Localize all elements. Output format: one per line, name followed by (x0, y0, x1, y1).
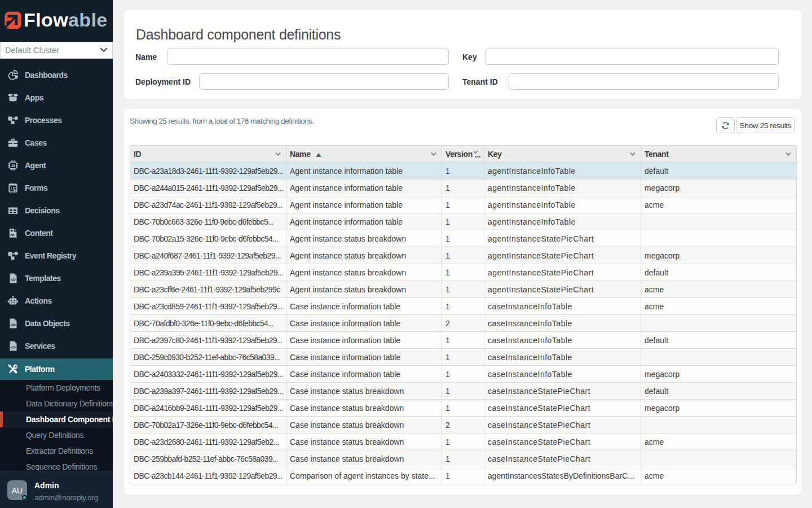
svg-text:</>: </> (11, 345, 16, 349)
svg-text:AI: AI (11, 163, 15, 168)
svg-text:</>: </> (11, 278, 16, 282)
svg-text:</>: </> (11, 323, 16, 327)
